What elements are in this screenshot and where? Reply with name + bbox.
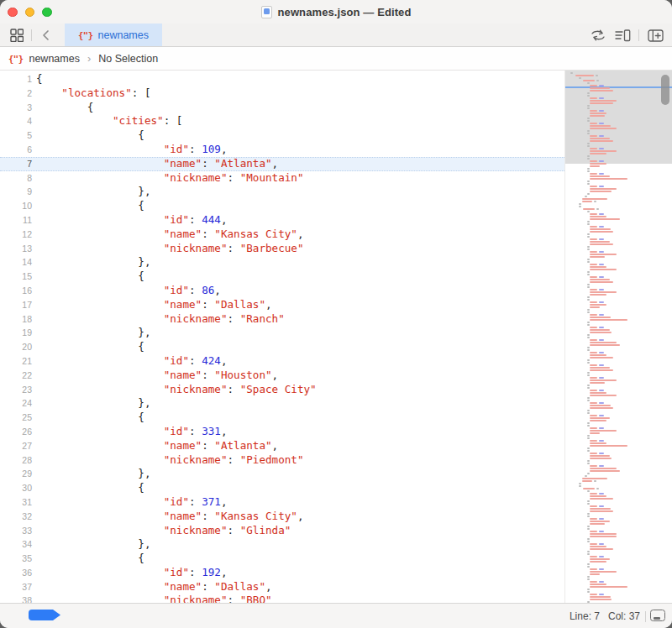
code-line[interactable]: 24 }, — [0, 396, 564, 411]
related-items-grid-icon[interactable] — [8, 27, 25, 44]
line-number[interactable]: 8 — [0, 171, 32, 186]
code-line[interactable]: 34 }, — [0, 537, 564, 552]
line-number[interactable]: 6 — [0, 143, 32, 157]
code-line[interactable]: 31 "id": 371, — [0, 495, 564, 510]
line-number[interactable]: 38 — [0, 594, 32, 603]
line-number[interactable]: 21 — [0, 354, 32, 369]
tab-bar: {"} newnames — [0, 24, 672, 47]
code-line[interactable]: 21 "id": 424, — [0, 354, 564, 369]
line-number[interactable]: 26 — [0, 425, 32, 439]
line-number[interactable]: 3 — [0, 101, 32, 115]
tab-newnames[interactable]: {"} newnames — [65, 24, 162, 46]
code-line[interactable]: 10 { — [0, 199, 564, 213]
line-number[interactable]: 4 — [0, 114, 32, 128]
code-line[interactable]: 38 "nickname": "BBQ" — [0, 594, 564, 603]
line-number[interactable]: 15 — [0, 270, 32, 284]
line-number[interactable]: 24 — [0, 396, 32, 411]
code-line[interactable]: 2 "locations": [ — [0, 86, 564, 101]
line-number[interactable]: 20 — [0, 340, 32, 354]
breakpoint-pill-button[interactable] — [29, 610, 61, 620]
line-number[interactable]: 18 — [0, 312, 32, 327]
breadcrumb-file[interactable]: newnames — [29, 53, 79, 65]
go-back-chevron-icon[interactable] — [38, 27, 55, 44]
line-number[interactable]: 34 — [0, 537, 32, 552]
line-number[interactable]: 19 — [0, 326, 32, 340]
code-text: }, — [32, 467, 150, 481]
hide-bottom-bar-icon[interactable] — [650, 610, 665, 621]
code-line[interactable]: 8 "nickname": "Mountain" — [0, 171, 564, 186]
code-line[interactable]: 11 "id": 444, — [0, 213, 564, 228]
line-number[interactable]: 30 — [0, 481, 32, 495]
code-line[interactable]: 26 "id": 331, — [0, 425, 564, 439]
code-line[interactable]: 1{ — [0, 72, 564, 86]
minimap[interactable] — [564, 71, 672, 603]
line-number[interactable]: 32 — [0, 510, 32, 524]
code-line[interactable]: 27 "name": "Atlanta", — [0, 439, 564, 453]
code-line[interactable]: 19 }, — [0, 326, 564, 340]
line-number[interactable]: 28 — [0, 453, 32, 468]
zoom-window-button[interactable] — [42, 8, 52, 18]
code-line[interactable]: 23 "nickname": "Space City" — [0, 383, 564, 397]
code-line[interactable]: 37 "name": "Dallas", — [0, 580, 564, 594]
code-line[interactable]: 6 "id": 109, — [0, 143, 564, 157]
line-number[interactable]: 11 — [0, 213, 32, 228]
code-line[interactable]: 25 { — [0, 411, 564, 425]
line-number[interactable]: 10 — [0, 199, 32, 213]
line-number[interactable]: 31 — [0, 495, 32, 510]
code-line[interactable]: 5 { — [0, 128, 564, 143]
code-lines[interactable]: 1{2 "locations": [3 {4 "cities": [5 {6 "… — [0, 72, 564, 603]
code-line[interactable]: 7 "name": "Atlanta", — [0, 157, 564, 171]
line-number[interactable]: 12 — [0, 228, 32, 242]
line-number[interactable]: 7 — [0, 158, 32, 170]
titlebar[interactable]: newnames.json — Edited — [0, 0, 672, 24]
code-line[interactable]: 32 "name": "Kansas City", — [0, 510, 564, 524]
code-line[interactable]: 13 "nickname": "Barbecue" — [0, 242, 564, 256]
line-number[interactable]: 14 — [0, 255, 32, 270]
line-number[interactable]: 22 — [0, 369, 32, 383]
scrollbar-thumb[interactable] — [661, 75, 669, 105]
code-editor[interactable]: 1{2 "locations": [3 {4 "cities": [5 {6 "… — [0, 71, 564, 603]
code-line[interactable]: 3 { — [0, 101, 564, 115]
line-number[interactable]: 17 — [0, 298, 32, 312]
status-separator — [645, 611, 646, 622]
line-number[interactable]: 29 — [0, 467, 32, 481]
line-number[interactable]: 36 — [0, 566, 32, 580]
code-line[interactable]: 22 "name": "Houston", — [0, 369, 564, 383]
code-line[interactable]: 15 { — [0, 270, 564, 284]
code-line[interactable]: 33 "nickname": "Glinda" — [0, 524, 564, 538]
close-window-button[interactable] — [8, 8, 18, 18]
line-number[interactable]: 27 — [0, 439, 32, 453]
code-line[interactable]: 14 }, — [0, 255, 564, 270]
line-number[interactable]: 5 — [0, 128, 32, 143]
line-number[interactable]: 25 — [0, 411, 32, 425]
code-line[interactable]: 17 "name": "Dallas", — [0, 298, 564, 312]
code-line[interactable]: 16 "id": 86, — [0, 284, 564, 298]
code-line[interactable]: 9 }, — [0, 185, 564, 199]
code-review-swap-arrows-icon[interactable] — [590, 27, 606, 44]
line-number[interactable]: 13 — [0, 242, 32, 256]
code-line[interactable]: 28 "nickname": "Piedmont" — [0, 453, 564, 468]
line-number[interactable]: 33 — [0, 524, 32, 538]
minimap-viewport[interactable] — [565, 71, 672, 164]
code-line[interactable]: 30 { — [0, 481, 564, 495]
add-editor-icon[interactable] — [647, 27, 664, 44]
minimize-window-button[interactable] — [25, 8, 35, 18]
code-line[interactable]: 29 }, — [0, 467, 564, 481]
code-line[interactable]: 36 "id": 192, — [0, 566, 564, 580]
line-number[interactable]: 1 — [0, 72, 32, 86]
code-line[interactable]: 12 "name": "Kansas City", — [0, 228, 564, 242]
document-proxy-icon[interactable] — [261, 6, 272, 18]
code-line[interactable]: 4 "cities": [ — [0, 114, 564, 128]
line-number[interactable]: 9 — [0, 185, 32, 199]
code-line[interactable]: 20 { — [0, 340, 564, 354]
code-line[interactable]: 18 "nickname": "Ranch" — [0, 312, 564, 327]
code-line[interactable]: 35 { — [0, 552, 564, 566]
breadcrumb-selection[interactable]: No Selection — [98, 53, 158, 65]
line-number[interactable]: 37 — [0, 580, 32, 594]
line-number[interactable]: 2 — [0, 86, 32, 101]
code-text: "id": 444, — [32, 213, 228, 228]
line-number[interactable]: 23 — [0, 383, 32, 397]
line-number[interactable]: 16 — [0, 284, 32, 298]
line-number[interactable]: 35 — [0, 552, 32, 566]
adjust-editor-options-icon[interactable] — [614, 27, 631, 44]
